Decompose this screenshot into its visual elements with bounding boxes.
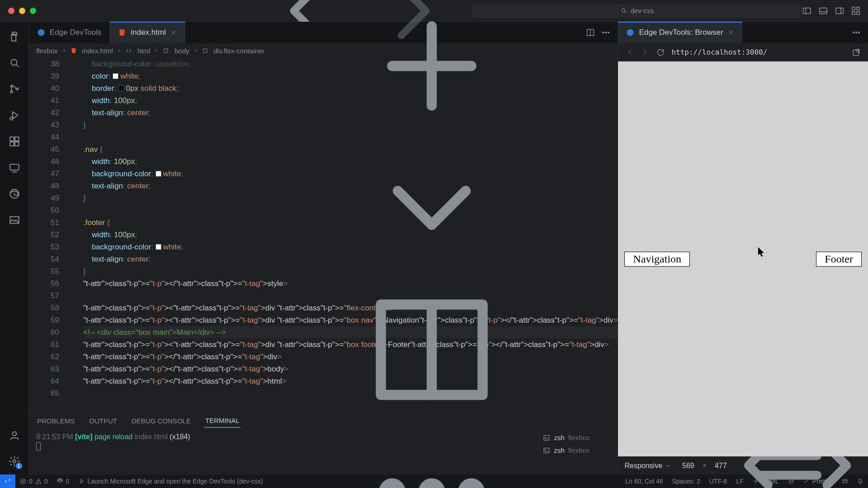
layout-toggle-bottom-icon[interactable] (818, 6, 828, 16)
times-icon: × (700, 462, 709, 470)
tab-edge-devtools[interactable]: Edge DevTools (29, 22, 110, 43)
back-icon[interactable] (625, 48, 634, 57)
svg-point-43 (59, 480, 61, 483)
status-eol[interactable]: LF (731, 474, 748, 488)
svg-point-21 (13, 460, 16, 463)
layout-customize-icon[interactable] (851, 6, 861, 16)
panel-tab-output[interactable]: OUTPUT (88, 414, 118, 427)
url-bar[interactable]: http://localhost:3000/ (671, 48, 845, 56)
chevron-down-icon[interactable] (364, 140, 500, 276)
layout-toggle-right-icon[interactable] (835, 6, 844, 16)
title-bar: dev-css (0, 0, 868, 22)
status-launch-task[interactable]: Launch Microsoft Edge and open the Edge … (74, 474, 267, 488)
forward-icon[interactable] (364, 0, 463, 60)
svg-rect-3 (836, 8, 844, 14)
tab-index-html[interactable]: index.html (110, 22, 185, 43)
status-errors[interactable]: 0 0 (15, 474, 52, 488)
image-preview-icon[interactable] (8, 213, 21, 227)
close-tab-icon[interactable] (170, 29, 177, 36)
svg-rect-28 (203, 49, 207, 52)
status-language[interactable]: HTML (748, 474, 783, 488)
preview-nav-box: Navigation (624, 252, 690, 267)
explorer-icon[interactable] (8, 30, 21, 43)
close-window-icon[interactable] (8, 8, 14, 14)
device-toolbar: Responsive 569 × 477 (618, 456, 868, 474)
svg-rect-47 (843, 480, 847, 483)
split-terminal-icon[interactable] (364, 282, 500, 418)
terminal-list: zsh flexbox zsh flexbox (538, 432, 610, 473)
symbol-icon (202, 47, 208, 54)
layout-toggle-left-icon[interactable] (802, 6, 812, 16)
svg-point-36 (853, 32, 854, 33)
html-file-icon (118, 28, 126, 37)
svg-rect-33 (544, 436, 549, 441)
symbol-icon (163, 47, 169, 54)
terminal-list-item[interactable]: zsh flexbox (543, 444, 610, 457)
svg-rect-15 (10, 142, 14, 146)
terminal-tag: [vite] (75, 433, 92, 441)
tab-devtools-browser[interactable]: Edge DevTools: Browser (618, 22, 742, 43)
status-cursor[interactable]: Ln 60, Col 48 (621, 474, 667, 488)
settings-gear-icon[interactable]: 1 (8, 455, 21, 468)
remote-indicator[interactable] (0, 474, 15, 488)
svg-rect-27 (164, 49, 168, 52)
remote-explorer-icon[interactable] (8, 161, 21, 174)
breadcrumb-segment[interactable]: index.html (82, 47, 113, 55)
terminal[interactable]: 8:21:53 PM [vite] page reload index.html… (29, 430, 618, 474)
window-controls (0, 8, 44, 14)
terminal-icon (543, 447, 550, 454)
run-debug-icon[interactable] (8, 108, 21, 122)
tab-label: index.html (131, 28, 165, 37)
open-external-icon[interactable] (852, 48, 861, 57)
forward-icon[interactable] (641, 48, 650, 57)
svg-rect-5 (857, 7, 859, 9)
status-preview-icon[interactable] (837, 474, 853, 488)
terminal-list-item[interactable]: zsh flexbox (543, 432, 610, 444)
breadcrumb-segment[interactable]: html (137, 47, 150, 55)
status-prettier[interactable]: Prettier (799, 474, 837, 488)
html-file-icon (71, 47, 77, 54)
tab-label: Edge DevTools: Browser (639, 28, 723, 37)
search-icon[interactable] (8, 56, 21, 70)
close-tab-icon[interactable] (728, 29, 734, 36)
device-select[interactable]: Responsive (624, 462, 671, 470)
line-numbers: 3839404142434445464748495051525354555657… (29, 58, 65, 399)
viewport-width[interactable]: 569 (682, 462, 694, 470)
edge-tools-icon[interactable] (8, 187, 21, 201)
svg-rect-19 (10, 216, 19, 223)
breadcrumb-segment[interactable]: flexbox (36, 47, 58, 55)
chevron-right-icon (193, 48, 198, 53)
panel-tab-debug[interactable]: DEBUG CONSOLE (131, 414, 192, 427)
terminal-file: index.html (135, 433, 168, 441)
status-copilot[interactable] (783, 474, 799, 488)
svg-rect-13 (10, 137, 14, 141)
svg-rect-34 (544, 448, 549, 453)
svg-rect-6 (852, 11, 855, 14)
reload-icon[interactable] (656, 48, 665, 57)
terminal-icon (543, 434, 550, 441)
status-spaces[interactable]: Spaces: 2 (667, 474, 704, 488)
accounts-icon[interactable] (8, 428, 21, 442)
svg-rect-1 (803, 8, 811, 14)
svg-point-30 (383, 483, 401, 488)
edge-icon (37, 28, 45, 37)
status-encoding[interactable]: UTF-8 (705, 474, 732, 488)
more-actions-icon[interactable] (852, 28, 861, 37)
command-center-text: dev-css (631, 7, 654, 14)
breadcrumb-segment[interactable]: body (175, 47, 189, 55)
viewport-height[interactable]: 477 (715, 462, 727, 470)
symbol-icon (126, 47, 132, 54)
minimize-window-icon[interactable] (19, 8, 25, 14)
source-control-icon[interactable] (8, 82, 21, 96)
fullscreen-window-icon[interactable] (30, 8, 36, 14)
svg-point-44 (789, 479, 793, 483)
svg-rect-16 (15, 142, 19, 146)
panel-tab-problems[interactable]: PROBLEMS (36, 414, 75, 427)
panel-tab-terminal[interactable]: TERMINAL (204, 414, 241, 428)
status-ports[interactable]: 0 (52, 474, 74, 488)
terminal-msg: page reload (94, 433, 133, 441)
status-bell-icon[interactable] (853, 474, 868, 488)
extensions-icon[interactable] (8, 135, 21, 148)
browser-preview[interactable]: Navigation Footer (618, 61, 868, 456)
terminal-cursor (36, 442, 41, 450)
